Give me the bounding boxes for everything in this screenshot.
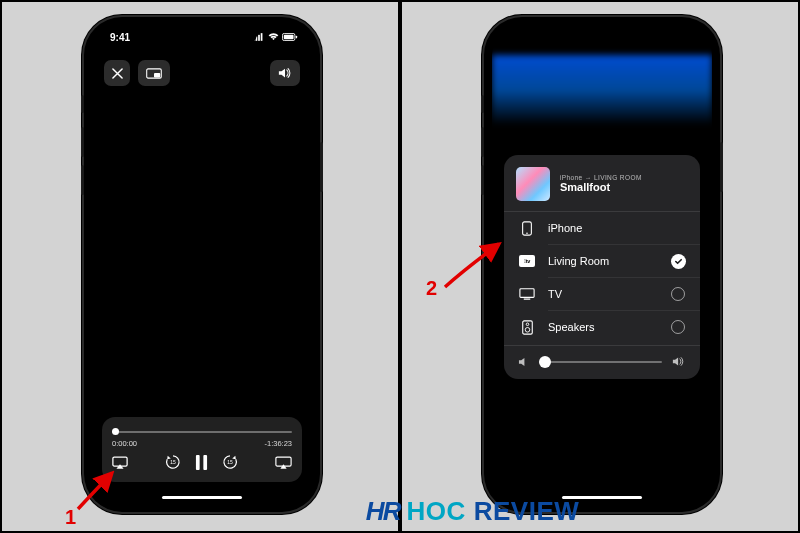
annotation-arrow-2 xyxy=(437,237,512,297)
tv-icon xyxy=(518,288,536,300)
annotation-label-1: 1 xyxy=(65,506,76,529)
iphone-screen: iPhone → LIVING ROOM Smallfoot iPhone xyxy=(492,25,712,504)
airplay-sheet: iPhone → LIVING ROOM Smallfoot iPhone xyxy=(504,155,700,379)
background-gradient xyxy=(492,55,712,125)
device-selected-check xyxy=(670,253,686,269)
rewind-15-button[interactable]: 15 xyxy=(165,454,181,474)
svg-rect-8 xyxy=(154,73,160,77)
wifi-icon xyxy=(268,33,279,41)
scrub-bar[interactable] xyxy=(112,425,292,437)
battery-icon xyxy=(282,33,298,41)
airplay-volume-row xyxy=(504,346,700,371)
forward-15-button[interactable]: 15 xyxy=(222,454,238,474)
watermark-review: REVIEW xyxy=(474,496,580,527)
watermark-logo: HR HOC REVIEW xyxy=(366,496,579,527)
iphone-device-frame: iPhone → LIVING ROOM Smallfoot iPhone xyxy=(484,17,720,512)
device-label: TV xyxy=(548,288,658,300)
status-time: 9:41 xyxy=(110,32,130,43)
now-playing-title: Smallfoot xyxy=(560,181,642,194)
volume-low-icon xyxy=(518,357,529,367)
tutorial-panel-1: 9:41 xyxy=(0,0,400,533)
svg-point-16 xyxy=(526,232,528,234)
pip-button[interactable] xyxy=(138,60,170,86)
airplay-device-tv[interactable]: TV xyxy=(504,278,700,310)
pause-icon xyxy=(195,455,208,470)
annotation-arrow-1 xyxy=(70,461,130,516)
device-state xyxy=(670,220,686,236)
device-radio xyxy=(670,286,686,302)
device-label: iPhone xyxy=(548,222,658,234)
svg-point-20 xyxy=(526,323,529,326)
forward-15-icon: 15 xyxy=(222,454,238,470)
airplay-tv-button[interactable] xyxy=(275,455,292,473)
video-bottom-controls: 0:00:00 -1:36:23 15 xyxy=(102,417,302,482)
svg-rect-3 xyxy=(261,33,263,41)
watermark-hoc: HOC xyxy=(406,496,465,527)
svg-rect-12 xyxy=(203,455,207,470)
svg-rect-11 xyxy=(196,455,200,470)
volume-slider[interactable] xyxy=(539,361,662,363)
now-playing-artwork xyxy=(516,167,550,201)
rewind-15-icon: 15 xyxy=(165,454,181,470)
now-playing-route: iPhone → LIVING ROOM xyxy=(560,174,642,181)
now-playing-header: iPhone → LIVING ROOM Smallfoot xyxy=(504,165,700,211)
appletv-icon: tv xyxy=(518,255,536,267)
airplay-device-iphone[interactable]: iPhone xyxy=(504,212,700,244)
home-indicator[interactable] xyxy=(162,496,242,500)
speaker-icon xyxy=(518,320,536,335)
iphone-screen: 9:41 xyxy=(92,25,312,504)
notch xyxy=(147,25,257,47)
tutorial-panel-2: iPhone → LIVING ROOM Smallfoot iPhone xyxy=(400,0,800,533)
time-remaining: -1:36:23 xyxy=(264,439,292,448)
airplay-device-speakers[interactable]: Speakers xyxy=(504,311,700,343)
notch xyxy=(547,25,657,47)
pause-button[interactable] xyxy=(195,455,208,474)
svg-text:15: 15 xyxy=(227,460,233,465)
svg-rect-5 xyxy=(284,35,294,39)
video-top-controls xyxy=(104,60,300,86)
svg-rect-2 xyxy=(258,35,260,41)
svg-rect-6 xyxy=(296,36,297,39)
close-icon xyxy=(112,68,123,79)
svg-point-21 xyxy=(525,327,530,332)
volume-icon xyxy=(278,67,292,79)
close-button[interactable] xyxy=(104,60,130,86)
pip-icon xyxy=(146,68,162,79)
svg-rect-17 xyxy=(520,289,534,298)
annotation-label-2: 2 xyxy=(426,277,437,300)
watermark-hr: HR xyxy=(366,496,400,527)
time-elapsed: 0:00:00 xyxy=(112,439,137,448)
device-label: Living Room xyxy=(548,255,658,267)
airplay-tv-icon xyxy=(275,456,292,469)
iphone-device-frame: 9:41 xyxy=(84,17,320,512)
device-label: Speakers xyxy=(548,321,658,333)
iphone-icon xyxy=(518,221,536,236)
svg-text:15: 15 xyxy=(170,460,176,465)
volume-high-icon xyxy=(672,356,686,367)
device-radio xyxy=(670,319,686,335)
airplay-device-livingroom[interactable]: tv Living Room xyxy=(504,245,700,277)
volume-button[interactable] xyxy=(270,60,300,86)
